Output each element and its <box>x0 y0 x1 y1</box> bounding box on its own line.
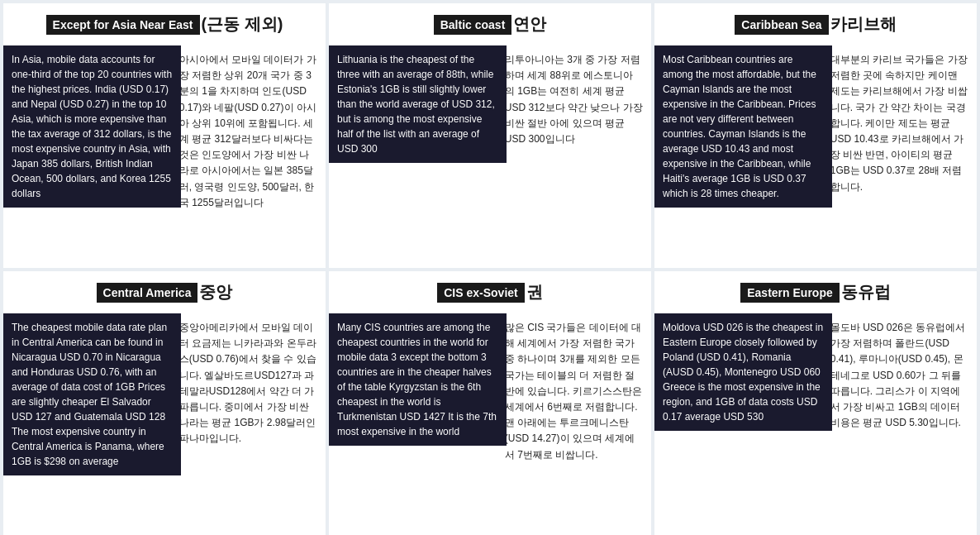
title-en-asia-near-east: Except for Asia Near East <box>46 15 200 35</box>
title-ko-caribbean-sea: 카리브해 <box>830 13 897 36</box>
text-en-central-america: The cheapest mobile data rate plan in Ce… <box>3 313 181 475</box>
title-ko-eastern-europe: 동유럽 <box>841 281 891 303</box>
text-ko-eastern-europe: 몰도바 USD 026은 동유럽에서 가장 저렴하며 폴란드(USD 0.41)… <box>822 313 977 437</box>
body-eastern-europe: Moldova USD 026 is the cheapest in Easte… <box>654 313 977 528</box>
title-bar-baltic-coast: Baltic coast연안 <box>329 3 651 45</box>
title-en-baltic-coast: Baltic coast <box>434 15 512 35</box>
text-ko-asia-near-east: 아시아에서 모바일 데이터가 가장 저렴한 상위 20개 국가 중 3분의 1을… <box>171 45 326 217</box>
text-en-caribbean-sea: Most Caribbean countries are among the m… <box>654 45 832 208</box>
title-en-central-america: Central America <box>97 283 198 303</box>
body-central-america: The cheapest mobile data rate plan in Ce… <box>3 313 326 528</box>
text-ko-baltic-coast: 리투아니아는 3개 중 가장 저렴하며 세계 88위로 에스토니아의 1GB는 … <box>497 45 651 154</box>
card-baltic-coast: Baltic coast연안Lithuania is the cheapest … <box>329 3 651 268</box>
main-grid: Except for Asia Near East(근동 제외)In Asia,… <box>0 0 980 535</box>
title-ko-cis-ex-soviet: 권 <box>526 281 543 303</box>
text-en-baltic-coast: Lithuania is the cheapest of the three w… <box>329 45 507 163</box>
text-ko-caribbean-sea: 대부분의 카리브 국가들은 가장 저렴한 곳에 속하지만 케이맨 제도는 카리브… <box>822 45 977 202</box>
text-ko-central-america: 중앙아메리카에서 모바일 데이터 요금제는 니카라과와 온두라스(USD 0.7… <box>171 313 326 454</box>
title-ko-asia-near-east: (근동 제외) <box>202 13 283 36</box>
body-caribbean-sea: Most Caribbean countries are among the m… <box>654 45 977 260</box>
title-bar-caribbean-sea: Caribbean Sea카리브해 <box>654 3 977 45</box>
card-caribbean-sea: Caribbean Sea카리브해Most Caribbean countrie… <box>654 3 977 268</box>
body-asia-near-east: In Asia, mobile data accounts for one-th… <box>3 45 326 260</box>
title-bar-central-america: Central America중앙 <box>3 271 326 313</box>
text-en-eastern-europe: Moldova USD 026 is the cheapest in Easte… <box>654 313 832 431</box>
card-eastern-europe: Eastern Europe동유럽Moldova USD 026 is the … <box>654 271 977 535</box>
title-bar-asia-near-east: Except for Asia Near East(근동 제외) <box>3 3 326 45</box>
title-en-eastern-europe: Eastern Europe <box>740 283 839 303</box>
title-bar-cis-ex-soviet: CIS ex-Soviet권 <box>329 271 651 313</box>
card-cis-ex-soviet: CIS ex-Soviet권Many CIS countries are amo… <box>329 271 651 535</box>
card-central-america: Central America중앙The cheapest mobile dat… <box>3 271 326 535</box>
title-en-caribbean-sea: Caribbean Sea <box>735 15 828 35</box>
body-baltic-coast: Lithuania is the cheapest of the three w… <box>329 45 651 260</box>
body-cis-ex-soviet: Many CIS countries are among the cheapes… <box>329 313 651 528</box>
text-en-cis-ex-soviet: Many CIS countries are among the cheapes… <box>329 313 507 446</box>
text-en-asia-near-east: In Asia, mobile data accounts for one-th… <box>3 45 181 208</box>
title-bar-eastern-europe: Eastern Europe동유럽 <box>654 271 977 313</box>
card-asia-near-east: Except for Asia Near East(근동 제외)In Asia,… <box>3 3 326 268</box>
text-ko-cis-ex-soviet: 많은 CIS 국가들은 데이터에 대해 세계에서 가장 저렴한 국가 중 하나이… <box>497 313 651 470</box>
title-ko-baltic-coast: 연안 <box>513 13 546 36</box>
title-en-cis-ex-soviet: CIS ex-Soviet <box>437 283 524 303</box>
title-ko-central-america: 중앙 <box>199 281 232 303</box>
